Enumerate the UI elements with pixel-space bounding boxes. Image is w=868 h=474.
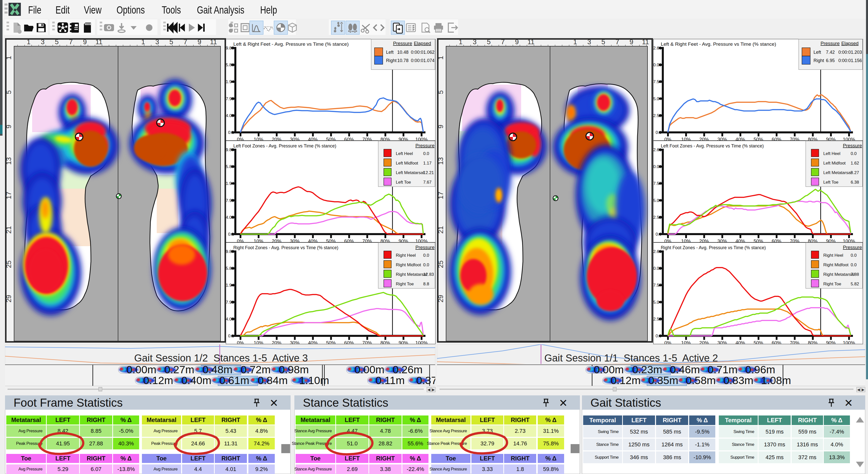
svg-text:7.57: 7.57 xyxy=(653,181,661,186)
svg-text:9: 9 xyxy=(5,125,12,128)
svg-text:Right: Right xyxy=(386,58,397,63)
svg-text:0.0: 0.0 xyxy=(423,151,429,156)
svg-text:1: 1 xyxy=(141,38,145,46)
svg-text:4.05: 4.05 xyxy=(226,215,234,220)
svg-text:100%: 100% xyxy=(415,239,428,243)
svg-text:30%: 30% xyxy=(290,137,299,141)
svg-text:10.78: 10.78 xyxy=(397,58,408,63)
svg-text:7.99: 7.99 xyxy=(226,300,234,305)
svg-text:10%: 10% xyxy=(254,239,263,243)
svg-text:100%: 100% xyxy=(843,239,855,243)
svg-text:Left Heel: Left Heel xyxy=(823,151,840,156)
svg-text:30%: 30% xyxy=(717,340,727,344)
svg-text:100%: 100% xyxy=(843,137,855,141)
svg-text:Elapsed: Elapsed xyxy=(414,41,431,46)
svg-text:100%: 100% xyxy=(415,137,428,141)
svg-text:60%: 60% xyxy=(344,340,354,344)
svg-text:12.61: 12.61 xyxy=(653,249,661,254)
svg-text:0:00:01.062: 0:00:01.062 xyxy=(411,50,434,55)
svg-text:Left Metatarsal: Left Metatarsal xyxy=(823,170,851,175)
svg-text:90%: 90% xyxy=(399,340,408,344)
svg-text:Right Midfoot: Right Midfoot xyxy=(823,262,848,267)
svg-text:9: 9 xyxy=(83,38,87,46)
svg-text:9: 9 xyxy=(437,125,444,128)
svg-text:20%: 20% xyxy=(699,340,709,344)
svg-text:0%: 0% xyxy=(237,239,244,243)
svg-text:6.95: 6.95 xyxy=(826,58,835,63)
svg-text:90%: 90% xyxy=(826,137,836,141)
svg-text:50%: 50% xyxy=(753,137,763,141)
svg-text:12.21: 12.21 xyxy=(423,170,434,175)
svg-text:12.61: 12.61 xyxy=(653,46,661,51)
svg-text:29: 29 xyxy=(5,295,12,303)
svg-text:5: 5 xyxy=(55,38,59,46)
svg-text:Right Midfoot: Right Midfoot xyxy=(396,262,421,267)
svg-text:Right Metatarsal: Right Metatarsal xyxy=(823,272,855,277)
svg-text:3: 3 xyxy=(155,38,159,46)
svg-text:50%: 50% xyxy=(753,239,763,243)
svg-text:5: 5 xyxy=(169,38,173,46)
svg-text:0%: 0% xyxy=(237,137,244,141)
svg-text:11: 11 xyxy=(95,38,102,46)
svg-text:0.0: 0.0 xyxy=(655,232,661,236)
svg-text:80%: 80% xyxy=(808,239,817,243)
svg-text:7: 7 xyxy=(183,38,187,46)
svg-text:3: 3 xyxy=(41,38,44,46)
svg-text:29: 29 xyxy=(437,295,444,303)
svg-text:50%: 50% xyxy=(326,340,336,344)
svg-text:20%: 20% xyxy=(272,239,281,243)
svg-text:70%: 70% xyxy=(790,340,800,344)
svg-text:Left Foot Zones - Avg. Pressur: Left Foot Zones - Avg. Pressure vs Time … xyxy=(233,143,336,149)
svg-text:1: 1 xyxy=(573,38,577,46)
svg-text:60%: 60% xyxy=(344,137,354,141)
svg-text:4.05: 4.05 xyxy=(226,113,234,118)
svg-text:50%: 50% xyxy=(753,340,763,344)
svg-text:30%: 30% xyxy=(290,340,299,344)
svg-text:Left Toe: Left Toe xyxy=(823,180,838,185)
svg-text:1.17: 1.17 xyxy=(423,161,432,165)
svg-text:Right Heel: Right Heel xyxy=(396,253,416,258)
svg-text:0%: 0% xyxy=(664,239,671,243)
svg-text:7.57: 7.57 xyxy=(653,80,661,84)
svg-text:0.0: 0.0 xyxy=(851,262,857,267)
svg-text:21: 21 xyxy=(5,226,12,233)
svg-text:Right Heel: Right Heel xyxy=(823,253,843,258)
svg-text:1: 1 xyxy=(459,38,462,46)
svg-text:60%: 60% xyxy=(772,340,781,344)
svg-text:0:00:01.074: 0:00:01.074 xyxy=(411,58,434,63)
svg-text:70%: 70% xyxy=(363,340,372,344)
svg-text:7: 7 xyxy=(501,38,504,46)
svg-text:0.0: 0.0 xyxy=(655,130,661,135)
svg-text:Pressure: Pressure xyxy=(843,143,862,148)
svg-text:Left Midfoot: Left Midfoot xyxy=(823,161,846,165)
svg-text:13: 13 xyxy=(437,157,444,165)
svg-text:70%: 70% xyxy=(790,137,800,141)
svg-text:1: 1 xyxy=(5,56,12,60)
svg-text:0.0: 0.0 xyxy=(655,334,661,338)
svg-text:20%: 20% xyxy=(699,239,709,243)
svg-text:17: 17 xyxy=(5,192,12,199)
svg-text:Right Foot Zones - Avg. Pressu: Right Foot Zones - Avg. Pressure vs Time… xyxy=(233,245,338,250)
svg-text:60%: 60% xyxy=(772,137,781,141)
svg-text:2.52: 2.52 xyxy=(653,113,661,118)
svg-text:1: 1 xyxy=(27,38,30,46)
svg-text:11: 11 xyxy=(642,38,649,46)
svg-text:30%: 30% xyxy=(717,239,727,243)
svg-text:7.99: 7.99 xyxy=(226,198,234,203)
svg-text:5.04: 5.04 xyxy=(653,96,661,101)
svg-text:9: 9 xyxy=(629,38,633,46)
svg-text:12.61: 12.61 xyxy=(653,148,661,152)
svg-text:21: 21 xyxy=(437,226,444,233)
svg-text:0.0: 0.0 xyxy=(851,253,857,258)
svg-text:10.48: 10.48 xyxy=(397,50,408,55)
svg-text:5.04: 5.04 xyxy=(653,300,661,305)
svg-text:11.94: 11.94 xyxy=(226,283,234,288)
svg-text:5.82: 5.82 xyxy=(851,282,859,286)
svg-text:0.1: 0.1 xyxy=(228,334,234,338)
svg-text:80%: 80% xyxy=(380,340,390,344)
svg-text:7: 7 xyxy=(615,38,619,46)
svg-text:Gait Session 1/1 Stances 1-5: Gait Session 1/1 Stances 1-5 Active 2 xyxy=(544,352,718,364)
svg-text:Left: Left xyxy=(386,50,394,55)
svg-text:0%: 0% xyxy=(237,340,244,344)
svg-text:25: 25 xyxy=(5,260,12,268)
